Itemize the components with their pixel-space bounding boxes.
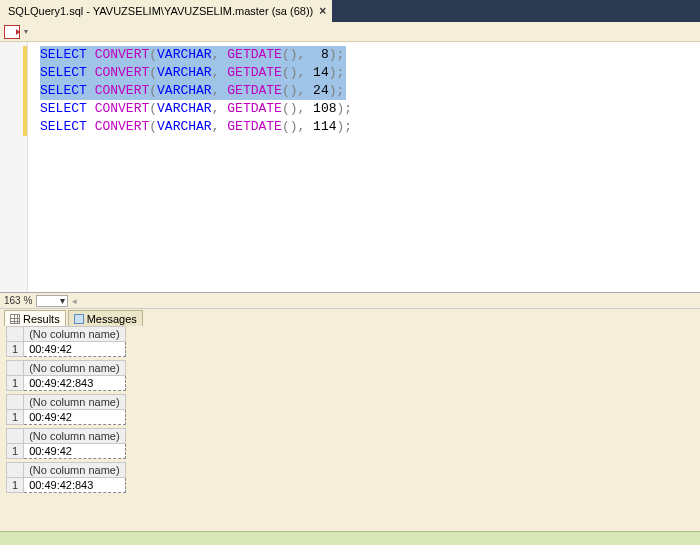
code-line: SELECT CONVERT(VARCHAR, GETDATE(), 14); bbox=[40, 64, 346, 82]
column-header[interactable]: (No column name) bbox=[24, 327, 125, 342]
zoom-bar: 163 % ▾ ◂ bbox=[0, 293, 700, 309]
row-number[interactable]: 1 bbox=[7, 410, 24, 425]
cell-value[interactable]: 00:49:42 bbox=[24, 410, 125, 425]
tab-messages-label: Messages bbox=[87, 313, 137, 325]
row-number[interactable]: 1 bbox=[7, 376, 24, 391]
column-header[interactable]: (No column name) bbox=[24, 429, 125, 444]
result-grid: (No column name)100:49:42 bbox=[6, 428, 700, 459]
cell-value[interactable]: 00:49:42 bbox=[24, 444, 125, 459]
code-line: SELECT CONVERT(VARCHAR, GETDATE(), 8); bbox=[40, 46, 346, 64]
toolbar-dropdown-icon[interactable]: ▾ bbox=[24, 27, 28, 36]
document-tab[interactable]: SQLQuery1.sql - YAVUZSELIM\YAVUZSELIM.ma… bbox=[0, 0, 332, 22]
row-number[interactable]: 1 bbox=[7, 478, 24, 493]
zoom-dropdown[interactable]: ▾ bbox=[36, 295, 68, 307]
status-bar bbox=[0, 531, 700, 545]
result-table[interactable]: (No column name)100:49:42:843 bbox=[6, 462, 126, 493]
document-tabstrip: SQLQuery1.sql - YAVUZSELIM\YAVUZSELIM.ma… bbox=[0, 0, 700, 22]
result-table[interactable]: (No column name)100:49:42 bbox=[6, 394, 126, 425]
column-header[interactable]: (No column name) bbox=[24, 361, 125, 376]
editor-toolbar: ▾ bbox=[0, 22, 700, 42]
messages-icon bbox=[74, 314, 84, 324]
result-grid: (No column name)100:49:42:843 bbox=[6, 360, 700, 391]
grid-icon bbox=[10, 314, 20, 324]
editor-margin bbox=[0, 42, 28, 292]
change-marker bbox=[23, 46, 27, 136]
row-number[interactable]: 1 bbox=[7, 342, 24, 357]
code-area[interactable]: SELECT CONVERT(VARCHAR, GETDATE(), 8); S… bbox=[28, 42, 700, 292]
result-table[interactable]: (No column name)100:49:42:843 bbox=[6, 360, 126, 391]
result-grid: (No column name)100:49:42 bbox=[6, 394, 700, 425]
chevron-down-icon: ▾ bbox=[60, 295, 65, 306]
cell-value[interactable]: 00:49:42:843 bbox=[24, 376, 125, 391]
code-line: SELECT CONVERT(VARCHAR, GETDATE(), 24); bbox=[40, 82, 346, 100]
tab-results[interactable]: Results bbox=[4, 310, 66, 326]
result-table[interactable]: (No column name)100:49:42 bbox=[6, 326, 126, 357]
results-tabstrip: Results Messages bbox=[0, 309, 700, 326]
object-explorer-icon[interactable] bbox=[4, 25, 20, 39]
code-line: SELECT CONVERT(VARCHAR, GETDATE(), 108); bbox=[40, 101, 352, 116]
grid-corner bbox=[7, 327, 24, 342]
close-icon[interactable]: × bbox=[319, 5, 326, 17]
grid-corner bbox=[7, 429, 24, 444]
cell-value[interactable]: 00:49:42:843 bbox=[24, 478, 125, 493]
document-tab-title: SQLQuery1.sql - YAVUZSELIM\YAVUZSELIM.ma… bbox=[8, 0, 313, 22]
tab-messages[interactable]: Messages bbox=[68, 310, 143, 326]
result-table[interactable]: (No column name)100:49:42 bbox=[6, 428, 126, 459]
row-number[interactable]: 1 bbox=[7, 444, 24, 459]
grid-corner bbox=[7, 463, 24, 478]
grid-corner bbox=[7, 395, 24, 410]
cell-value[interactable]: 00:49:42 bbox=[24, 342, 125, 357]
column-header[interactable]: (No column name) bbox=[24, 395, 125, 410]
grid-corner bbox=[7, 361, 24, 376]
chevron-left-icon[interactable]: ◂ bbox=[72, 296, 77, 306]
results-pane[interactable]: (No column name)100:49:42(No column name… bbox=[0, 326, 700, 531]
sql-editor[interactable]: SELECT CONVERT(VARCHAR, GETDATE(), 8); S… bbox=[0, 42, 700, 293]
zoom-value: 163 % bbox=[4, 295, 32, 306]
column-header[interactable]: (No column name) bbox=[24, 463, 125, 478]
result-grid: (No column name)100:49:42:843 bbox=[6, 462, 700, 493]
tab-results-label: Results bbox=[23, 313, 60, 325]
code-line: SELECT CONVERT(VARCHAR, GETDATE(), 114); bbox=[40, 119, 352, 134]
result-grid: (No column name)100:49:42 bbox=[6, 326, 700, 357]
